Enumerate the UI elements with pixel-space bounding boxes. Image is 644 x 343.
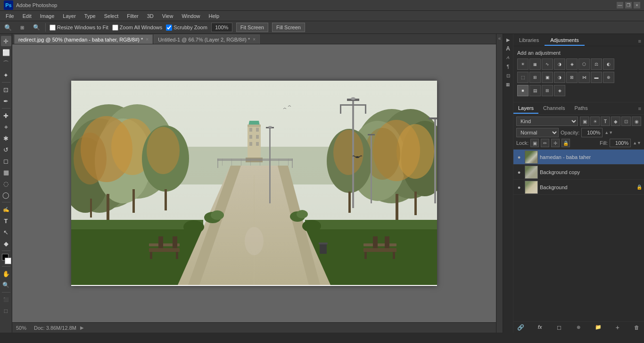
opacity-stepper[interactable]: ▲▼ — [604, 130, 613, 135]
scrubby-zoom-checkbox[interactable] — [166, 25, 172, 31]
panel-tool-histogram[interactable]: ▦ — [504, 81, 512, 88]
tab-untitled-close[interactable]: × — [253, 37, 256, 42]
tool-lasso[interactable]: ⌒ — [1, 59, 11, 69]
panel-tool-paragraph[interactable]: ¶ — [504, 63, 512, 70]
color-swatches[interactable] — [1, 254, 11, 264]
scrubby-zoom-label[interactable]: Scrubby Zoom — [166, 25, 207, 31]
layer-item-background[interactable]: ● Background 🔒 — [513, 180, 644, 195]
zoom-all-windows-checkbox[interactable] — [112, 25, 118, 31]
tool-zoom[interactable]: 🔍 — [1, 280, 11, 290]
adj-invert[interactable]: ◑ — [554, 72, 565, 83]
menu-edit[interactable]: Edit — [19, 12, 35, 20]
adj-color-lookup[interactable]: ▣ — [542, 72, 553, 83]
layers-menu-button[interactable]: ≡ — [636, 104, 644, 113]
adj-black-white[interactable]: ◐ — [603, 59, 614, 70]
layer-eye-background[interactable]: ● — [515, 184, 523, 191]
layer-item-bg-copy[interactable]: ● Background copy — [513, 165, 644, 180]
panel-tool-text[interactable]: A — [504, 45, 512, 52]
adj-photo-filter[interactable]: ⬚ — [517, 72, 528, 83]
tool-pen[interactable]: ✍ — [1, 204, 11, 215]
tool-clone-stamp[interactable]: ✱ — [1, 133, 11, 143]
kind-select[interactable]: Kind Name Effect Mode — [516, 117, 578, 126]
adj-pattern[interactable]: ⊞ — [542, 85, 553, 96]
panel-tool-aa[interactable]: A — [504, 54, 512, 61]
tool-type[interactable]: T — [1, 216, 11, 226]
menu-filter[interactable]: Filter — [123, 12, 142, 20]
zoom-fit-icon[interactable]: ⊞ — [17, 22, 27, 33]
menu-type[interactable]: Type — [81, 12, 99, 20]
adj-brightness-contrast[interactable]: ☀ — [517, 59, 528, 70]
tool-healing[interactable]: ✚ — [1, 110, 11, 121]
layers-bottom-new[interactable]: + — [613, 323, 622, 332]
menu-help[interactable]: Help — [205, 12, 223, 20]
tool-shape[interactable]: ◆ — [1, 238, 11, 249]
layers-bottom-mask[interactable]: ◻ — [555, 323, 563, 332]
kind-icon-type[interactable]: T — [601, 117, 610, 126]
layer-eye-hamedan[interactable]: ● — [515, 153, 523, 161]
fill-stepper[interactable]: ▲▼ — [633, 141, 641, 145]
panel-tool-play[interactable]: ▶ — [504, 36, 512, 43]
layers-bottom-fx[interactable]: fx — [536, 323, 544, 332]
layer-eye-bg-copy[interactable]: ● — [515, 168, 523, 176]
fill-input[interactable] — [610, 139, 631, 147]
adj-solid-color[interactable]: ■ — [517, 85, 528, 96]
adj-gradient-map[interactable]: ▬ — [591, 72, 602, 83]
kind-icon-shape[interactable]: ◆ — [611, 117, 620, 126]
menu-image[interactable]: Image — [36, 12, 58, 20]
tab-untitled[interactable]: Untitled-1 @ 66.7% (Layer 2, RGB/8#) * × — [154, 34, 260, 44]
restore-button[interactable]: ❐ — [625, 2, 632, 8]
tool-dodge[interactable]: ◯ — [1, 190, 11, 200]
layers-bottom-adjustment[interactable]: ⊕ — [574, 323, 583, 332]
tool-magic-wand[interactable]: ✦ — [1, 70, 11, 80]
kind-icon-smart[interactable]: ⊡ — [621, 117, 631, 126]
lock-position-btn[interactable]: ✛ — [551, 139, 560, 147]
resize-windows-label[interactable]: Resize Windows to Fit — [50, 25, 108, 31]
tool-gradient[interactable]: ▦ — [1, 167, 11, 177]
menu-select[interactable]: Select — [100, 12, 123, 20]
menu-3d[interactable]: 3D — [143, 12, 157, 20]
blend-mode-select[interactable]: Normal — [516, 128, 559, 137]
layers-bottom-folder[interactable]: 📁 — [594, 323, 603, 332]
lock-transparent-btn[interactable]: ▣ — [530, 139, 539, 147]
lock-all-btn[interactable]: 🔒 — [561, 139, 570, 147]
kind-icon-adjustment[interactable]: ☀ — [590, 117, 600, 126]
status-arrow[interactable]: ▶ — [80, 325, 84, 330]
tab-paths[interactable]: Paths — [570, 103, 593, 114]
adj-color-balance[interactable]: ⚖ — [591, 59, 602, 70]
adj-vibrance[interactable]: ◈ — [566, 59, 578, 70]
tool-blur[interactable]: ◌ — [1, 178, 11, 189]
panel-menu-button[interactable]: ≡ — [636, 36, 644, 46]
zoom-in-icon[interactable]: 🔍 — [3, 22, 13, 33]
tool-crop[interactable]: ⊡ — [1, 84, 11, 95]
tool-marquee[interactable]: ⬜ — [1, 47, 11, 58]
tool-eyedropper[interactable]: ✒ — [1, 96, 11, 106]
adj-selective-color[interactable]: ⊕ — [603, 72, 614, 83]
tool-hand[interactable]: ✋ — [1, 268, 11, 279]
fit-screen-button[interactable]: Fit Screen — [236, 23, 268, 32]
layers-bottom-delete[interactable]: 🗑 — [633, 323, 641, 332]
adj-gradient[interactable]: ▤ — [529, 85, 541, 96]
adj-curves[interactable]: ∿ — [542, 59, 553, 70]
tab-adjustments[interactable]: Adjustments — [545, 35, 585, 46]
menu-view[interactable]: View — [158, 12, 177, 20]
tool-extra[interactable]: ⬛ — [1, 294, 11, 305]
panel-tool-color[interactable]: ⊡ — [504, 72, 512, 79]
adj-levels[interactable]: ▦ — [529, 59, 541, 70]
menu-window[interactable]: Window — [178, 12, 204, 20]
adj-threshold[interactable]: ⋈ — [578, 72, 590, 83]
layer-item-hamedan[interactable]: ● hamedan - baba taher — [513, 150, 644, 165]
tab-layers[interactable]: Layers — [513, 103, 538, 114]
background-color[interactable] — [5, 258, 11, 264]
tab-redirect-close[interactable]: × — [146, 37, 149, 42]
tool-history-brush[interactable]: ↺ — [1, 144, 11, 155]
adj-exposure[interactable]: ◑ — [554, 59, 565, 70]
resize-windows-checkbox[interactable] — [50, 25, 56, 31]
lock-image-btn[interactable]: ✏ — [541, 139, 549, 147]
tab-libraries[interactable]: Libraries — [513, 35, 545, 46]
tool-extra2[interactable]: ⬚ — [1, 306, 11, 316]
fill-screen-button[interactable]: Fill Screen — [272, 23, 305, 32]
tool-eraser[interactable]: ◻ — [1, 156, 11, 166]
zoom-all-windows-label[interactable]: Zoom All Windows — [112, 25, 162, 31]
close-button[interactable]: × — [634, 2, 640, 8]
tab-channels[interactable]: Channels — [538, 103, 570, 114]
